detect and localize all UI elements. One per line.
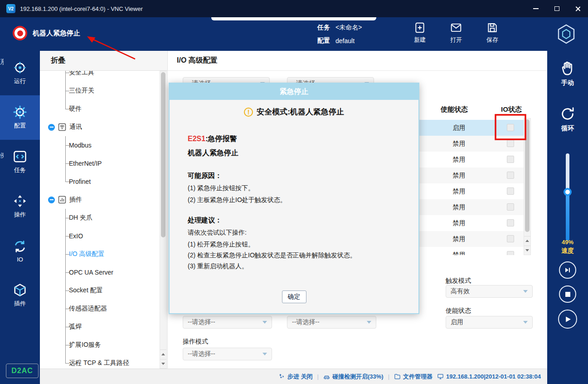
advice-item: (1) 松开紧急停止按钮。: [188, 241, 405, 249]
warning-icon: [244, 108, 253, 117]
cycle-icon: [13, 240, 27, 253]
table-row[interactable]: 启用: [419, 120, 524, 136]
tree-item-io-advanced-config[interactable]: I/O 高级配置: [40, 245, 167, 263]
table-row[interactable]: 禁用: [419, 136, 524, 152]
tree-item-ethernet-ip[interactable]: EtherNet/IP: [40, 154, 167, 172]
tree-item-dh-gripper[interactable]: DH 夹爪: [40, 209, 167, 227]
tree-item-remote-tcp-toolpath[interactable]: 远程 TCP & 工具路径: [40, 354, 167, 369]
trigger-mode-label: 触发模式: [446, 277, 471, 285]
io-checkbox[interactable]: [507, 203, 514, 211]
new-button[interactable]: 新建: [405, 22, 434, 44]
maximize-button[interactable]: [546, 0, 567, 17]
table-row[interactable]: 禁用: [419, 231, 524, 247]
collision-status[interactable]: 碰撞检测开启(33%): [323, 373, 384, 381]
antenna-icon: [58, 123, 66, 131]
vnc-app-icon: V2: [6, 4, 15, 13]
sidebar-item-plugin[interactable]: 插件: [0, 273, 40, 318]
select-placeholder-1[interactable]: --请选择--: [183, 316, 272, 329]
tree-item-communication[interactable]: 通讯: [40, 118, 167, 136]
table-row[interactable]: 禁用: [419, 152, 524, 167]
vnc-viewer-window: V2 192.168.1.200 (intel-corei7-64:0) - V…: [0, 0, 588, 384]
enable-status-select[interactable]: 启用: [446, 316, 533, 329]
trigger-mode-select[interactable]: 高有效: [446, 285, 533, 298]
table-scrollbar[interactable]: [524, 118, 531, 255]
stop-icon: [565, 292, 570, 297]
scroll-up-button[interactable]: [524, 236, 530, 245]
io-checkbox[interactable]: [507, 187, 514, 195]
slider-track-upper: [566, 153, 569, 192]
config-tree-panel: 折叠 安全工具 三位开关 硬件 通讯 Modbus EtherNet/IP Pr…: [40, 51, 168, 369]
io-checkbox[interactable]: [507, 235, 514, 242]
io-checkbox[interactable]: [507, 219, 514, 226]
select-placeholder-2[interactable]: --请选择--: [287, 316, 376, 329]
advice-title: 处理建议：: [188, 216, 405, 225]
operation-mode-select[interactable]: --请选择--: [183, 348, 272, 360]
tree-scrollbar[interactable]: [160, 71, 167, 369]
table-row[interactable]: 禁用: [419, 247, 524, 255]
sidebar-item-config[interactable]: 配置: [0, 95, 40, 140]
step-status[interactable]: 步进 关闭: [278, 373, 313, 381]
tree-item-plugins[interactable]: 插件: [40, 191, 167, 209]
open-button[interactable]: 打开: [442, 22, 471, 44]
scroll-down-button[interactable]: [160, 359, 166, 368]
tree-item-modbus[interactable]: Modbus: [40, 136, 167, 154]
dialog-alert-text: 安全模式:机器人紧急停止: [257, 107, 344, 117]
table-row[interactable]: 禁用: [419, 215, 524, 231]
close-icon: [575, 6, 581, 12]
right-sidebar: 手动 循环 49% 速度: [547, 51, 588, 384]
collapse-minus-icon[interactable]: [48, 124, 55, 131]
sidebar-item-run[interactable]: 运行: [0, 51, 40, 95]
table-row[interactable]: 禁用: [419, 183, 524, 199]
tree-item-sensor-adapter[interactable]: 传感器适配器: [40, 300, 167, 318]
speed-value: 49%: [547, 239, 588, 246]
dialog-alert: 安全模式:机器人紧急停止: [170, 107, 418, 117]
scroll-down-button[interactable]: [524, 246, 530, 255]
tree-item-opc-ua-server[interactable]: OPC UA Server: [40, 263, 167, 281]
speed-slider-thumb[interactable]: [564, 188, 572, 196]
stop-button[interactable]: [559, 286, 576, 303]
sidebar-item-operate[interactable]: 操作: [0, 184, 40, 229]
tree-item-safety-tools[interactable]: 安全工具: [40, 71, 167, 82]
table-row[interactable]: 禁用: [419, 199, 524, 215]
scroll-up-button[interactable]: [160, 350, 166, 359]
sidebar-item-task[interactable]: 任务: [0, 140, 40, 184]
monitor-icon: [437, 373, 444, 380]
io-checkbox[interactable]: [507, 140, 514, 147]
separator: |: [388, 373, 389, 380]
tree-item-exio[interactable]: ExIO: [40, 227, 167, 245]
tree-item-socket-config[interactable]: Socket 配置: [40, 281, 167, 300]
ok-button[interactable]: 确定: [282, 290, 306, 303]
collapse-minus-icon[interactable]: [48, 197, 55, 203]
table-row[interactable]: 禁用: [419, 167, 524, 183]
manual-mode-button[interactable]: 手动: [547, 61, 588, 87]
save-button[interactable]: 保存: [478, 22, 507, 44]
file-manager-button[interactable]: 文件管理器: [394, 373, 432, 381]
tree-collapse-header[interactable]: 折叠: [40, 51, 167, 71]
tree-item-extended-io-service[interactable]: 扩展IO服务: [40, 336, 167, 354]
io-checkbox[interactable]: [507, 156, 514, 163]
loop-mode-button[interactable]: 循环: [547, 106, 588, 133]
io-checkbox[interactable]: [507, 124, 514, 131]
tree-item-three-position-switch[interactable]: 三位开关: [40, 82, 167, 100]
tree-item-profinet[interactable]: Profinet: [40, 172, 167, 191]
io-checkbox[interactable]: [507, 251, 514, 255]
sidebar-item-io[interactable]: IO: [0, 229, 40, 273]
tree-scrollbar-thumb[interactable]: [161, 72, 165, 237]
step-forward-button[interactable]: [559, 261, 576, 279]
table-scrollbar-thumb[interactable]: [525, 119, 530, 232]
tree-item-hardware[interactable]: 硬件: [40, 100, 167, 118]
play-button[interactable]: [558, 310, 577, 329]
minimize-button[interactable]: [525, 0, 546, 17]
cause-item: (2) 主板紧急停止IO处于触发状态。: [188, 196, 405, 204]
clipped-text-fragment: 系: [0, 58, 4, 66]
speed-slider[interactable]: [566, 153, 569, 241]
column-header-io-status: IO状态: [491, 105, 532, 114]
vnc-toolbar-handle[interactable]: [211, 17, 376, 20]
move-arrows-icon: [13, 194, 27, 208]
task-info: 任务 <未命名> 配置 default: [317, 21, 362, 47]
tree-item-arc-welding[interactable]: 弧焊: [40, 318, 167, 336]
page-title: I/O 高级配置: [168, 51, 547, 71]
close-button[interactable]: [567, 0, 588, 17]
io-checkbox[interactable]: [507, 172, 514, 179]
open-file-icon: [450, 22, 462, 34]
